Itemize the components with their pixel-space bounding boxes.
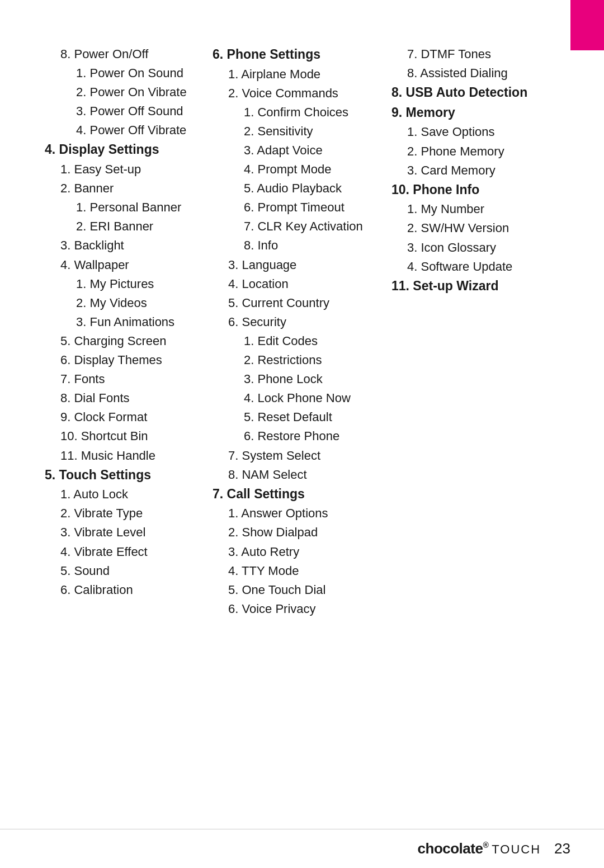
list-item: 3. Fun Animations bbox=[76, 313, 201, 332]
list-item: 1. Answer Options bbox=[228, 504, 380, 523]
list-item: 6. Phone Settings bbox=[213, 45, 380, 65]
list-item: 6. Display Themes bbox=[60, 351, 201, 370]
list-item: 8. Power On/Off bbox=[60, 45, 201, 64]
list-item: 2. Power On Vibrate bbox=[76, 83, 201, 102]
list-item: 10. Phone Info bbox=[391, 180, 537, 200]
list-item: 3. Adapt Voice bbox=[244, 141, 380, 160]
list-item: 4. Wallpaper bbox=[60, 256, 201, 275]
list-item: 11. Music Handle bbox=[60, 446, 201, 465]
list-item: 6. Security bbox=[228, 313, 380, 332]
footer-brand: chocolate® TOUCH 23 bbox=[418, 840, 570, 857]
list-item: 7. CLR Key Activation bbox=[244, 217, 380, 236]
list-item: 5. Audio Playback bbox=[244, 179, 380, 198]
list-item: 6. Calibration bbox=[60, 581, 201, 600]
list-item: 10. Shortcut Bin bbox=[60, 427, 201, 446]
brand-text: chocolate bbox=[418, 840, 483, 857]
list-item: 1. My Pictures bbox=[76, 275, 201, 294]
list-item: 8. Dial Fonts bbox=[60, 389, 201, 408]
list-item: 8. NAM Select bbox=[228, 465, 380, 484]
column-2: 6. Phone Settings1. Airplane Mode2. Voic… bbox=[213, 45, 391, 619]
list-item: 2. Voice Commands bbox=[228, 84, 380, 103]
list-item: 7. Fonts bbox=[60, 370, 201, 389]
list-item: 2. My Videos bbox=[76, 294, 201, 313]
list-item: 7. DTMF Tones bbox=[407, 45, 537, 64]
list-item: 8. Assisted Dialing bbox=[407, 64, 537, 83]
pink-tab bbox=[570, 0, 604, 50]
list-item: 1. Personal Banner bbox=[76, 198, 201, 217]
footer-bar: chocolate® TOUCH 23 bbox=[0, 829, 604, 868]
list-item: 6. Voice Privacy bbox=[228, 600, 380, 619]
reg-symbol: ® bbox=[483, 841, 488, 850]
content-area: 8. Power On/Off1. Power On Sound2. Power… bbox=[0, 0, 604, 663]
list-item: 5. Charging Screen bbox=[60, 332, 201, 351]
column-1: 8. Power On/Off1. Power On Sound2. Power… bbox=[45, 45, 213, 619]
list-item: 2. Banner bbox=[60, 179, 201, 198]
touch-label: TOUCH bbox=[492, 842, 541, 857]
column-3: 7. DTMF Tones8. Assisted Dialing8. USB A… bbox=[391, 45, 548, 619]
list-item: 3. Card Memory bbox=[407, 161, 537, 180]
list-item: 3. Backlight bbox=[60, 236, 201, 255]
list-item: 2. Sensitivity bbox=[244, 122, 380, 141]
list-item: 2. Show Dialpad bbox=[228, 523, 380, 542]
list-item: 1. Edit Codes bbox=[244, 332, 380, 351]
list-item: 7. System Select bbox=[228, 446, 380, 465]
list-item: 6. Restore Phone bbox=[244, 427, 380, 446]
list-item: 8. USB Auto Detection bbox=[391, 83, 537, 103]
list-item: 4. Display Settings bbox=[45, 140, 201, 160]
page-number: 23 bbox=[554, 840, 570, 857]
brand-name: chocolate® bbox=[418, 840, 489, 857]
list-item: 1. My Number bbox=[407, 200, 537, 219]
list-item: 1. Confirm Choices bbox=[244, 103, 380, 122]
list-item: 4. Prompt Mode bbox=[244, 160, 380, 179]
list-item: 5. Sound bbox=[60, 562, 201, 581]
list-item: 8. Info bbox=[244, 236, 380, 255]
list-item: 4. Software Update bbox=[407, 257, 537, 276]
list-item: 4. Lock Phone Now bbox=[244, 389, 380, 408]
list-item: 5. Current Country bbox=[228, 294, 380, 313]
list-item: 1. Airplane Mode bbox=[228, 65, 380, 84]
list-item: 4. Vibrate Effect bbox=[60, 542, 201, 562]
list-item: 9. Memory bbox=[391, 103, 537, 123]
list-item: 3. Language bbox=[228, 256, 380, 275]
list-item: 1. Save Options bbox=[407, 122, 537, 141]
list-item: 1. Easy Set-up bbox=[60, 160, 201, 179]
list-item: 2. Phone Memory bbox=[407, 142, 537, 161]
list-item: 5. Reset Default bbox=[244, 408, 380, 427]
list-item: 1. Auto Lock bbox=[60, 485, 201, 504]
list-item: 2. SW/HW Version bbox=[407, 219, 537, 238]
list-item: 4. Location bbox=[228, 275, 380, 294]
list-item: 3. Phone Lock bbox=[244, 370, 380, 389]
list-item: 5. Touch Settings bbox=[45, 465, 201, 485]
list-item: 4. Power Off Vibrate bbox=[76, 121, 201, 140]
list-item: 6. Prompt Timeout bbox=[244, 198, 380, 217]
list-item: 2. ERI Banner bbox=[76, 217, 201, 236]
list-item: 5. One Touch Dial bbox=[228, 581, 380, 600]
list-item: 3. Icon Glossary bbox=[407, 238, 537, 257]
list-item: 2. Vibrate Type bbox=[60, 504, 201, 523]
list-item: 7. Call Settings bbox=[213, 484, 380, 504]
list-item: 2. Restrictions bbox=[244, 351, 380, 370]
list-item: 3. Auto Retry bbox=[228, 542, 380, 562]
list-item: 1. Power On Sound bbox=[76, 64, 201, 83]
list-item: 3. Vibrate Level bbox=[60, 523, 201, 542]
list-item: 11. Set-up Wizard bbox=[391, 276, 537, 296]
list-item: 3. Power Off Sound bbox=[76, 102, 201, 121]
list-item: 9. Clock Format bbox=[60, 408, 201, 427]
list-item: 4. TTY Mode bbox=[228, 562, 380, 581]
